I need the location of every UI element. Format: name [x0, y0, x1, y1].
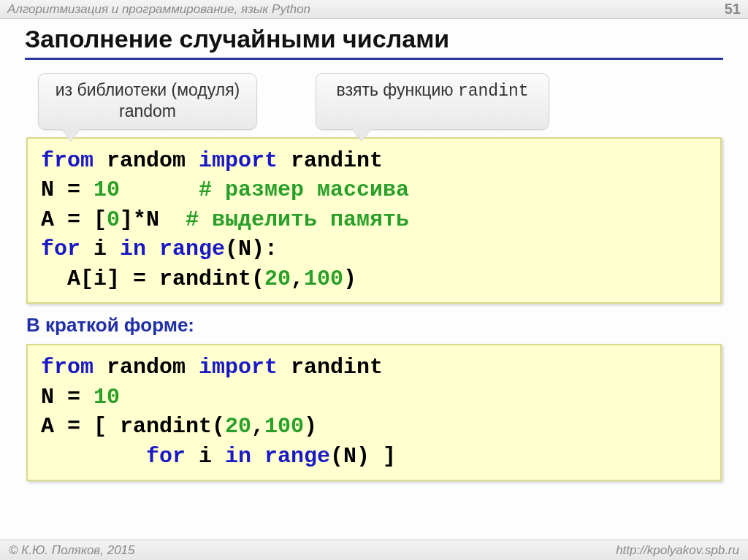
callout-tail-icon: [351, 128, 372, 141]
footer-bar: © К.Ю. Поляков, 2015 http://kpolyakov.sp…: [0, 540, 748, 560]
callout-module-line1: из библиотеки (модуля): [53, 80, 242, 101]
callout-tail-icon: [61, 128, 81, 141]
callout-function-mono: randint: [458, 82, 529, 101]
callouts-row: из библиотеки (модуля) random взять функ…: [38, 73, 723, 130]
subheading-short-form: В краткой форме:: [26, 314, 722, 337]
callout-module: из библиотеки (модуля) random: [38, 73, 257, 130]
header-bar: Алгоритмизация и программирование, язык …: [0, 0, 748, 19]
code-block-short: from random import randint N = 10 A = [ …: [26, 344, 722, 481]
footer-copyright: © К.Ю. Поляков, 2015: [9, 543, 135, 558]
callout-module-line2: random: [53, 101, 242, 122]
footer-url: http://kpolyakov.spb.ru: [616, 543, 739, 558]
callout-function: взять функцию randint: [316, 73, 549, 130]
page-number: 51: [725, 1, 741, 18]
callout-function-text: взять функцию: [336, 80, 457, 99]
slide-title: Заполнение случайными числами: [25, 25, 723, 60]
code-block-main: from random import randint N = 10 # разм…: [26, 137, 722, 304]
course-title: Алгоритмизация и программирование, язык …: [7, 2, 310, 17]
